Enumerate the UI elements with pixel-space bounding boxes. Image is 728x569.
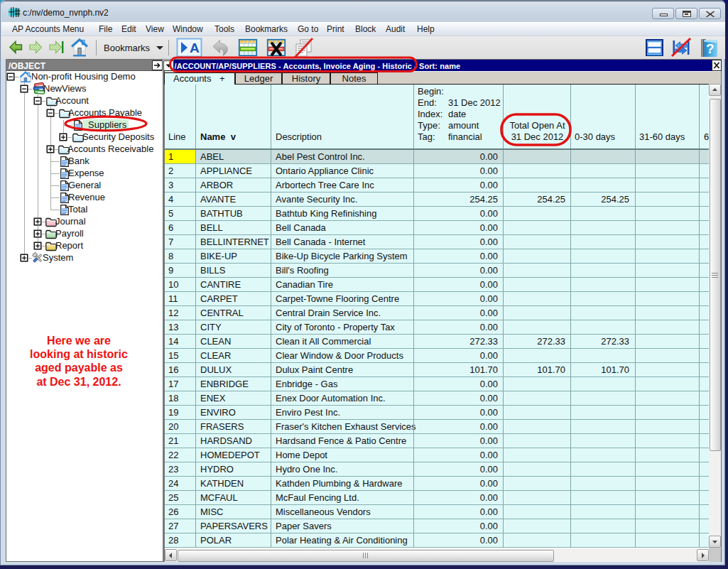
- svg-text:A: A: [190, 40, 200, 55]
- svg-text:?: ?: [706, 41, 715, 56]
